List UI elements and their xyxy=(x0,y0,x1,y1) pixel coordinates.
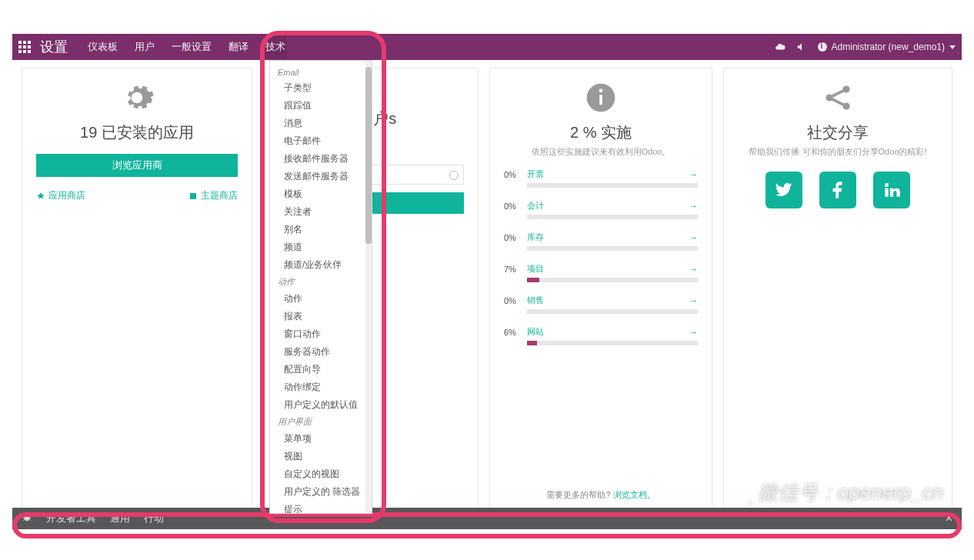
cloud-icon[interactable] xyxy=(775,42,786,52)
arrow-right-icon: → xyxy=(689,327,698,338)
progress-name: 销售 xyxy=(527,295,689,306)
apps-title: 19 已安装的应用 xyxy=(36,122,238,143)
impl-title: 2 % 实施 xyxy=(504,122,698,143)
twitter-icon xyxy=(774,180,794,200)
dropdown-item[interactable]: 窗口动作 xyxy=(270,325,372,343)
user-label: Administrator (new_demo1) xyxy=(832,42,945,52)
dropdown-item[interactable]: 报表 xyxy=(270,308,372,325)
progress-name: 项目 xyxy=(527,263,689,275)
share-facebook-button[interactable] xyxy=(819,172,856,208)
technical-dropdown: Email子类型跟踪值消息电子邮件接收邮件服务器发送邮件服务器模板关注者别名频道… xyxy=(269,60,372,514)
help-doc-link[interactable]: 浏览文档。 xyxy=(613,490,655,499)
progress-bar xyxy=(527,215,698,219)
dropdown-item[interactable]: 提示 xyxy=(270,501,372,514)
dropdown-item[interactable]: 接收邮件服务器 xyxy=(270,150,372,168)
dropdown-item[interactable]: 用户定义的 筛选器 xyxy=(270,483,372,501)
dropdown-item[interactable]: 模板 xyxy=(270,185,372,203)
devbar-tab-general[interactable]: 通用 xyxy=(110,512,130,525)
dropdown-item[interactable]: 频道 xyxy=(270,238,372,256)
share-twitter-button[interactable] xyxy=(766,172,802,208)
dashboard-content: 19 已安装的应用 浏览应用商 应用商店 主题商店 3 用户s 等待中 待办 1 xyxy=(12,60,962,522)
dropdown-item[interactable]: 服务器动作 xyxy=(270,343,372,361)
arrow-right-icon: → xyxy=(689,201,698,212)
bug-icon xyxy=(22,513,32,524)
dropdown-item[interactable]: 视图 xyxy=(270,448,372,465)
dropdown-scrollbar[interactable] xyxy=(365,61,372,513)
devbar-title: 开发者工具 xyxy=(46,512,96,525)
progress-percent: 0% xyxy=(504,296,527,305)
arrow-right-icon: → xyxy=(689,264,698,275)
progress-row[interactable]: 0%销售→ xyxy=(504,295,698,314)
info-avatar-icon xyxy=(818,42,827,52)
dropdown-item[interactable]: 跟踪值 xyxy=(270,97,372,115)
share-sub: 帮助我们传播 可和你的朋友们分享Odoo的精彩! xyxy=(738,146,938,158)
card-social-share: 社交分享 帮助我们传播 可和你的朋友们分享Odoo的精彩! xyxy=(723,68,952,514)
dropdown-item[interactable]: 动作绑定 xyxy=(270,378,372,396)
developer-toolbar: 开发者工具 通用 行动 × xyxy=(12,508,962,529)
dropdown-item[interactable]: 关注者 xyxy=(270,203,372,221)
progress-list: 0%开票→0%会计→0%库存→7%项目→0%销售→6%网站→ xyxy=(504,168,698,358)
apps-grid-icon[interactable] xyxy=(18,41,31,53)
nav-item-users[interactable]: 用户 xyxy=(133,35,156,58)
progress-row[interactable]: 6%网站→ xyxy=(504,326,698,345)
nav-item-translate[interactable]: 翻译 xyxy=(227,35,250,58)
progress-name: 会计 xyxy=(527,200,689,212)
dropdown-item[interactable]: 菜单项 xyxy=(270,430,372,448)
user-menu[interactable]: Administrator (new_demo1) xyxy=(818,42,956,52)
dropdown-item[interactable]: 消息 xyxy=(270,115,372,132)
devbar-tab-action[interactable]: 行动 xyxy=(144,512,164,525)
progress-bar xyxy=(527,341,698,345)
impl-sub: 依照这些实施建议来有效利用Odoo。 xyxy=(504,146,698,158)
dropdown-group-header: Email xyxy=(270,65,372,79)
dropdown-item[interactable]: 频道/业务伙伴 xyxy=(270,256,372,274)
dropdown-item[interactable]: 发送邮件服务器 xyxy=(270,168,372,185)
image-icon xyxy=(188,192,198,201)
help-footer: 需要更多的帮助? 浏览文档。 xyxy=(504,478,698,501)
progress-percent: 7% xyxy=(504,265,527,274)
arrow-right-icon: → xyxy=(689,295,698,306)
arrow-right-icon: → xyxy=(689,232,698,243)
progress-row[interactable]: 0%会计→ xyxy=(504,200,698,219)
top-nav: 设置 仪表板 用户 一般设置 翻译 技术 Administrator (new_… xyxy=(12,34,962,60)
watermark: 微信号：openerp_cn xyxy=(724,479,943,506)
dropdown-item[interactable]: 配置向导 xyxy=(270,361,372,378)
dropdown-item[interactable]: 子类型 xyxy=(270,79,372,97)
linkedin-icon xyxy=(882,180,902,200)
rocket-icon xyxy=(36,192,45,201)
gear-icon xyxy=(36,81,238,118)
arrow-right-icon: → xyxy=(689,169,698,180)
card-implementation: 2 % 实施 依照这些实施建议来有效利用Odoo。 0%开票→0%会计→0%库存… xyxy=(489,68,712,514)
card-installed-apps: 19 已安装的应用 浏览应用商 应用商店 主题商店 xyxy=(22,68,252,514)
share-linkedin-button[interactable] xyxy=(873,172,910,208)
chevron-down-icon xyxy=(949,45,956,49)
progress-row[interactable]: 0%开票→ xyxy=(504,168,698,188)
nav-menu: 仪表板 用户 一般设置 翻译 技术 xyxy=(86,35,287,58)
share-title: 社交分享 xyxy=(738,122,938,143)
wechat-icon xyxy=(724,482,752,505)
dropdown-item[interactable]: 用户定义的默认值 xyxy=(270,396,372,414)
nav-item-general[interactable]: 一般设置 xyxy=(170,35,213,58)
link-theme-store[interactable]: 主题商店 xyxy=(188,189,238,202)
svg-point-2 xyxy=(599,88,603,92)
dropdown-item[interactable]: 电子邮件 xyxy=(270,132,372,150)
progress-row[interactable]: 0%库存→ xyxy=(504,232,698,251)
speaker-icon[interactable] xyxy=(796,42,807,52)
progress-bar xyxy=(527,183,698,188)
nav-item-technical[interactable]: 技术 xyxy=(264,35,287,58)
nav-item-dashboard[interactable]: 仪表板 xyxy=(86,35,119,58)
progress-bar xyxy=(527,309,698,314)
dropdown-item[interactable]: 别名 xyxy=(270,221,372,238)
dropdown-group-header: 用户界面 xyxy=(270,414,372,430)
browse-apps-button[interactable]: 浏览应用商 xyxy=(36,154,238,177)
dropdown-item[interactable]: 自定义的视图 xyxy=(270,465,372,483)
dropdown-item[interactable]: 动作 xyxy=(270,290,372,308)
progress-bar xyxy=(527,246,698,251)
progress-row[interactable]: 7%项目→ xyxy=(504,263,698,282)
share-icon xyxy=(738,81,938,118)
link-app-store[interactable]: 应用商店 xyxy=(36,189,85,202)
progress-percent: 0% xyxy=(504,170,527,179)
devbar-close-button[interactable]: × xyxy=(946,512,952,525)
progress-percent: 6% xyxy=(504,328,527,337)
app-title: 设置 xyxy=(40,38,68,56)
progress-percent: 0% xyxy=(504,233,527,242)
